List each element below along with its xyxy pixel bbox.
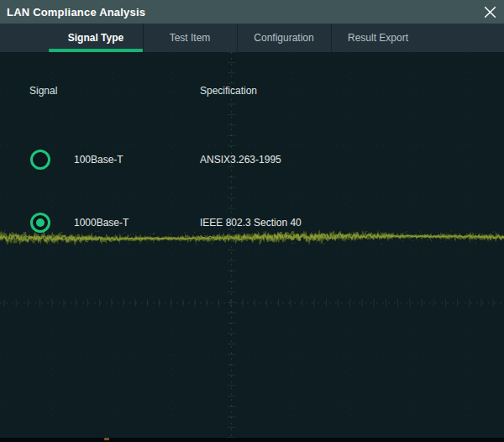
signal-name: 1000Base-T bbox=[74, 217, 129, 229]
signal-specification: IEEE 802.3 Section 40 bbox=[200, 217, 302, 229]
bottom-bar bbox=[0, 438, 504, 442]
tab-label: Test Item bbox=[170, 32, 211, 44]
tab-signal-type[interactable]: Signal Type bbox=[49, 24, 143, 52]
column-header-signal: Signal bbox=[29, 85, 57, 97]
signal-specification: ANSIX3.263-1995 bbox=[200, 154, 281, 166]
close-button[interactable] bbox=[481, 3, 498, 20]
close-icon bbox=[483, 5, 497, 19]
radio-100base-t[interactable] bbox=[30, 150, 50, 170]
signal-row-100base-t[interactable]: 100Base-T ANSIX3.263-1995 bbox=[0, 148, 504, 171]
tab-result-export[interactable]: Result Export bbox=[331, 24, 425, 52]
tab-label: Signal Type bbox=[68, 32, 123, 44]
lan-compliance-window: LAN Compliance Analysis Signal Type Test… bbox=[0, 0, 504, 442]
radio-dot bbox=[36, 218, 45, 227]
scope-screen: Signal Specification 100Base-T ANSIX3.26… bbox=[0, 52, 504, 438]
trigger-position-marker bbox=[104, 438, 109, 440]
graticule bbox=[0, 52, 504, 438]
tab-label: Configuration bbox=[254, 32, 313, 44]
window-title: LAN Compliance Analysis bbox=[0, 6, 145, 18]
tab-bar: Signal Type Test Item Configuration Resu… bbox=[0, 24, 504, 52]
column-header-specification: Specification bbox=[200, 85, 257, 97]
tab-label: Result Export bbox=[348, 32, 408, 44]
graticule-and-waveform bbox=[0, 52, 504, 438]
signal-name: 100Base-T bbox=[74, 154, 123, 166]
radio-1000base-t[interactable] bbox=[30, 213, 50, 233]
title-bar: LAN Compliance Analysis bbox=[0, 0, 504, 24]
tab-configuration[interactable]: Configuration bbox=[237, 24, 331, 52]
signal-row-1000base-t[interactable]: 1000Base-T IEEE 802.3 Section 40 bbox=[0, 211, 504, 234]
tab-test-item[interactable]: Test Item bbox=[143, 24, 237, 52]
